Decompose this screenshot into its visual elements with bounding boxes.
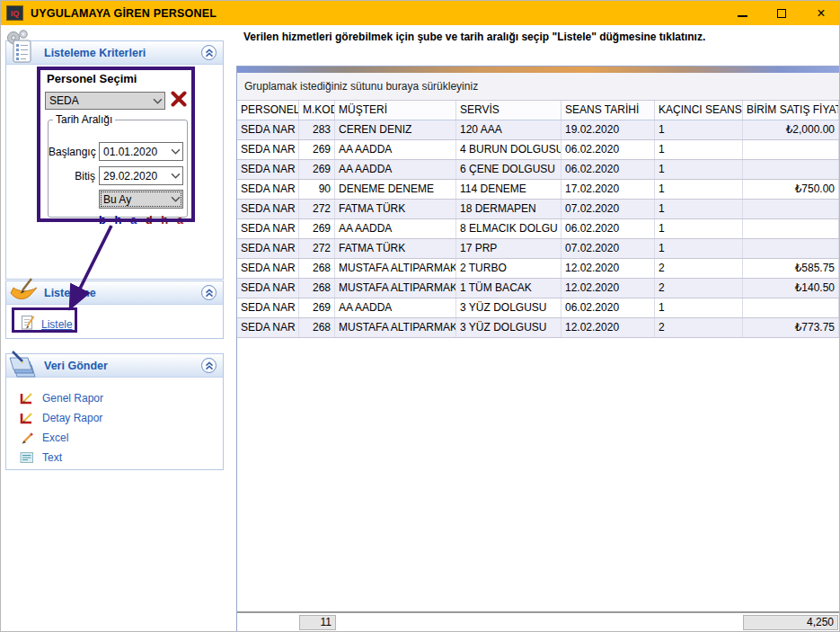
table-cell: 17 PRP: [456, 239, 561, 258]
date-shortcut-a[interactable]: a: [130, 213, 137, 227]
text-doc-icon: [19, 451, 34, 464]
column-header-6[interactable]: BİRİM SATIŞ FİYATI: [743, 101, 839, 120]
listele-button[interactable]: Listele: [21, 314, 73, 334]
date-shortcut-b[interactable]: b: [99, 213, 106, 227]
send-item-2[interactable]: Excel: [19, 428, 103, 448]
table-cell: SEDA NAR: [237, 140, 299, 159]
table-row[interactable]: SEDA NAR272FATMA TÜRK18 DERMAPEN07.02.20…: [237, 200, 839, 219]
bitis-label: Bitiş: [49, 170, 95, 182]
table-cell: 269: [299, 298, 335, 317]
listele-link[interactable]: Listele: [41, 318, 73, 331]
table-cell: SEDA NAR: [237, 160, 299, 179]
table-cell: 12.02.2020: [561, 279, 655, 298]
date-shortcut-d[interactable]: d: [146, 213, 153, 227]
table-cell: SEDA NAR: [237, 120, 299, 139]
instruction-text: Verilen hizmetleri görebilmek için şube …: [243, 31, 706, 44]
maximize-button[interactable]: [762, 1, 801, 25]
app-window: { "window": { "title": "UYGULAMAYA GİREN…: [0, 0, 840, 632]
period-dropdown[interactable]: Bu Ay: [99, 190, 183, 209]
send-item-3[interactable]: Text: [19, 448, 103, 467]
column-header-3[interactable]: SERVİS: [456, 101, 561, 120]
column-header-2[interactable]: MÜŞTERİ: [335, 101, 456, 120]
table-cell: 3 YÜZ DOLGUSU: [456, 318, 561, 337]
table-cell: MUSTAFA ALTIPARMAK: [335, 318, 456, 337]
panel-veri-gonder: Veri Gönder Genel RaporDetay RaporExcelT…: [5, 353, 224, 470]
window-controls: ×: [722, 1, 840, 25]
table-cell: MUSTAFA ALTIPARMAK: [335, 259, 456, 278]
table-cell: CEREN DENIZ: [335, 120, 456, 139]
grid-top-gradient: [237, 67, 839, 73]
veri-gonder-items: Genel RaporDetay RaporExcelText: [19, 388, 103, 467]
chevron-up-icon: [205, 49, 214, 58]
close-button[interactable]: ×: [801, 1, 840, 25]
chevron-down-icon: [168, 196, 182, 202]
table-cell: ₺773.75: [743, 318, 839, 337]
personel-secimi-title: Personel Seçimi: [47, 72, 137, 85]
grid-header-row: PERSONELM.KODMÜŞTERİSERVİSSEANS TARİHİKA…: [237, 101, 839, 120]
table-cell: 1 TÜM BACAK: [456, 279, 561, 298]
collapse-button[interactable]: [201, 45, 217, 60]
baslangic-date-dropdown[interactable]: 01.01.2020: [99, 142, 183, 161]
column-header-5[interactable]: KAÇINCI SEANS: [655, 101, 743, 120]
clear-personel-button[interactable]: [168, 88, 190, 110]
send-item-1[interactable]: Detay Rapor: [19, 408, 103, 428]
table-cell: AA AADDA: [335, 160, 456, 179]
pencil-icon: [19, 431, 34, 445]
red-x-icon: [170, 91, 188, 107]
table-row[interactable]: SEDA NAR283CEREN DENIZ120 AAA19.02.20201…: [237, 120, 839, 140]
table-cell: 2 TURBO: [456, 259, 561, 278]
close-icon: ×: [817, 6, 825, 21]
table-row[interactable]: SEDA NAR268MUSTAFA ALTIPARMAK1 TÜM BACAK…: [237, 279, 839, 298]
date-shortcut-a[interactable]: a: [177, 213, 183, 227]
table-cell: SEDA NAR: [237, 239, 299, 258]
table-cell: 268: [299, 279, 335, 298]
group-by-panel[interactable]: Gruplamak istediğiniz sütunu buraya sürü…: [237, 73, 839, 101]
column-header-1[interactable]: M.KOD: [299, 101, 335, 120]
column-header-4[interactable]: SEANS TARİHİ: [561, 101, 655, 120]
table-cell: [743, 160, 839, 179]
bitis-date-dropdown[interactable]: 29.02.2020: [99, 166, 183, 185]
column-header-0[interactable]: PERSONEL: [237, 101, 299, 120]
table-cell: [743, 219, 839, 238]
table-cell: 1: [655, 298, 743, 317]
table-row[interactable]: SEDA NAR269AA AADDA6 ÇENE DOLGUSU06.02.2…: [237, 160, 839, 180]
table-cell: 07.02.2020: [561, 239, 655, 258]
table-cell: SEDA NAR: [237, 318, 299, 337]
table-cell: 1: [655, 140, 743, 159]
app-icon: IQ: [6, 5, 23, 21]
date-shortcut-h[interactable]: h: [114, 213, 121, 227]
table-row[interactable]: SEDA NAR269AA AADDA4 BURUN DOLGUSU06.02.…: [237, 140, 839, 160]
table-row[interactable]: SEDA NAR268MUSTAFA ALTIPARMAK2 TURBO12.0…: [237, 259, 839, 279]
table-cell: 07.02.2020: [561, 200, 655, 218]
collapse-button[interactable]: [201, 285, 217, 300]
window-title: UYGULAMAYA GİREN PERSONEL: [31, 7, 217, 20]
table-cell: 120 AAA: [456, 120, 561, 139]
table-cell: 8 ELMACIK DOLGU: [456, 219, 561, 238]
footer-row-count: 11: [299, 615, 336, 630]
table-row[interactable]: SEDA NAR269AA AADDA3 YÜZ DOLGUSU06.02.20…: [237, 298, 839, 318]
table-cell: 1: [655, 239, 743, 258]
table-row[interactable]: SEDA NAR90DENEME DENEME114 DENEME17.02.2…: [237, 180, 839, 200]
send-item-label: Detay Rapor: [42, 412, 102, 424]
date-shortcut-h[interactable]: h: [161, 213, 168, 227]
send-item-label: Text: [42, 451, 62, 464]
shortcut-letters: bhadha: [99, 213, 183, 227]
table-cell: 283: [299, 120, 335, 139]
personel-dropdown[interactable]: SEDA: [45, 92, 165, 110]
table-row[interactable]: SEDA NAR268MUSTAFA ALTIPARMAK3 YÜZ DOLGU…: [237, 318, 839, 338]
table-row[interactable]: SEDA NAR272FATMA TÜRK17 PRP07.02.20201: [237, 239, 839, 259]
table-cell: [743, 239, 839, 258]
minimize-button[interactable]: [722, 1, 762, 25]
group-by-hint: Gruplamak istediğiniz sütunu buraya sürü…: [244, 80, 478, 93]
table-cell: 114 DENEME: [456, 180, 561, 199]
send-item-0[interactable]: Genel Rapor: [19, 388, 103, 408]
table-cell: 2: [655, 259, 743, 278]
table-cell: 06.02.2020: [561, 140, 655, 159]
panel-header: Veri Gönder: [6, 354, 223, 378]
table-cell: 06.02.2020: [561, 219, 655, 238]
table-cell: SEDA NAR: [237, 279, 299, 298]
tarih-araligi-group: Tarih Aralığı Başlangıç 01.01.2020 Bitiş…: [48, 113, 188, 218]
listeleme-swoosh-icon: [9, 276, 40, 307]
collapse-button[interactable]: [201, 358, 217, 373]
table-row[interactable]: SEDA NAR269AA AADDA8 ELMACIK DOLGU06.02.…: [237, 219, 839, 239]
